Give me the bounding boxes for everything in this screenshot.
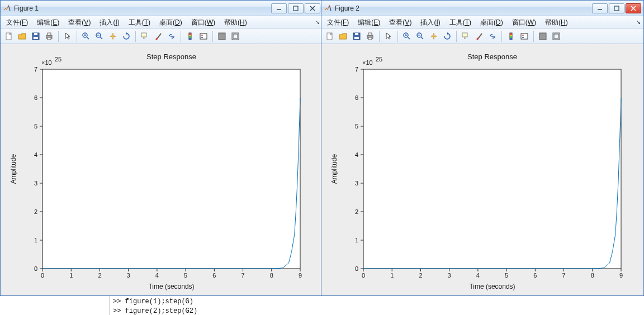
dock-button[interactable] bbox=[537, 30, 549, 42]
legend-button[interactable] bbox=[197, 30, 210, 42]
svg-rect-83 bbox=[368, 33, 372, 35]
menu-insert[interactable]: 插入(I) bbox=[95, 16, 124, 28]
menu-window[interactable]: 窗口(W) bbox=[187, 16, 220, 28]
menu-overflow-icon[interactable]: ↘ bbox=[314, 16, 321, 28]
menu-desktop[interactable]: 桌面(D) bbox=[155, 16, 187, 28]
brush-button[interactable] bbox=[152, 30, 164, 42]
figure-window-2: Figure 2 文件(F) 编辑(E) 查看(V) 插入(I) 工具(T) 桌… bbox=[321, 0, 644, 296]
minimize-button[interactable] bbox=[271, 3, 287, 13]
open-icon bbox=[339, 32, 348, 41]
pan-button[interactable] bbox=[428, 30, 440, 42]
close-button[interactable] bbox=[305, 3, 320, 13]
menu-view[interactable]: 查看(V) bbox=[64, 16, 95, 28]
pointer-button[interactable] bbox=[61, 30, 74, 42]
svg-text:4: 4 bbox=[476, 272, 480, 279]
svg-rect-1 bbox=[293, 6, 298, 11]
menu-desktop[interactable]: 桌面(D) bbox=[476, 16, 508, 28]
save-button[interactable] bbox=[351, 30, 363, 42]
rotate-button[interactable] bbox=[441, 30, 453, 42]
print-button[interactable] bbox=[43, 30, 55, 42]
menu-edit[interactable]: 编辑(E) bbox=[32, 16, 64, 28]
menu-file[interactable]: 文件(F) bbox=[2, 16, 32, 28]
new-file-button[interactable] bbox=[324, 30, 336, 42]
undock-button[interactable] bbox=[229, 30, 242, 42]
svg-text:6: 6 bbox=[355, 94, 358, 101]
undock-icon bbox=[231, 32, 240, 41]
datatip-button[interactable] bbox=[460, 30, 472, 42]
svg-rect-24 bbox=[189, 36, 191, 38]
zoom-in-button[interactable] bbox=[401, 30, 413, 42]
svg-line-90 bbox=[421, 37, 423, 39]
menu-tools[interactable]: 工具(T) bbox=[124, 16, 155, 28]
save-button[interactable] bbox=[30, 30, 42, 42]
svg-text:6: 6 bbox=[533, 272, 537, 279]
menu-window[interactable]: 窗口(W) bbox=[508, 16, 541, 28]
maximize-button[interactable] bbox=[288, 3, 304, 13]
svg-rect-6 bbox=[34, 37, 38, 39]
print-button[interactable] bbox=[364, 30, 376, 42]
print-icon bbox=[366, 32, 375, 41]
minimize-button[interactable] bbox=[592, 3, 608, 13]
toolbar bbox=[1, 28, 323, 44]
menu-tools[interactable]: 工具(T) bbox=[445, 16, 476, 28]
zoom-out-button[interactable] bbox=[93, 30, 106, 42]
svg-text:×10: ×10 bbox=[362, 59, 373, 66]
rotate-button[interactable] bbox=[120, 30, 132, 42]
svg-line-12 bbox=[87, 37, 89, 39]
svg-text:Time (seconds): Time (seconds) bbox=[469, 283, 515, 290]
colorbar-button[interactable] bbox=[184, 30, 196, 42]
new-file-icon bbox=[4, 32, 13, 41]
plot-area[interactable]: 012345678901234567×1025Step ResponseTime… bbox=[1, 44, 323, 295]
svg-text:Time (seconds): Time (seconds) bbox=[148, 283, 194, 290]
zoom-in-icon bbox=[402, 32, 411, 41]
command-window[interactable]: >> figure(1);step(G) >> figure(2);step(G… bbox=[109, 296, 612, 315]
undock-button[interactable] bbox=[550, 30, 562, 42]
titlebar[interactable]: Figure 2 bbox=[321, 1, 643, 16]
console-line: >> figure(2);step(G2) bbox=[113, 307, 612, 315]
plot-area[interactable]: 012345678901234567×1025Step ResponseTime… bbox=[321, 44, 643, 295]
svg-text:3: 3 bbox=[34, 180, 37, 187]
svg-rect-80 bbox=[354, 37, 359, 39]
svg-rect-18 bbox=[141, 33, 146, 37]
maximize-button[interactable] bbox=[609, 3, 624, 13]
link-button[interactable] bbox=[486, 30, 499, 42]
menu-help[interactable]: 帮助(H) bbox=[220, 16, 252, 28]
open-button[interactable] bbox=[16, 30, 29, 42]
new-file-button[interactable] bbox=[3, 30, 15, 42]
dock-button[interactable] bbox=[216, 30, 228, 42]
colorbar-button[interactable] bbox=[505, 30, 517, 42]
zoom-in-button[interactable] bbox=[80, 30, 92, 42]
menu-help[interactable]: 帮助(H) bbox=[541, 16, 572, 28]
pan-button[interactable] bbox=[107, 30, 119, 42]
svg-line-16 bbox=[100, 37, 102, 39]
open-button[interactable] bbox=[337, 30, 349, 42]
pointer-button[interactable] bbox=[382, 30, 395, 42]
legend-button[interactable] bbox=[518, 30, 531, 42]
legend-icon bbox=[520, 32, 529, 41]
zoom-out-icon bbox=[416, 32, 425, 41]
menu-file[interactable]: 文件(F) bbox=[323, 16, 353, 28]
svg-text:5: 5 bbox=[34, 123, 37, 130]
svg-rect-9 bbox=[48, 33, 51, 35]
zoom-out-button[interactable] bbox=[414, 30, 427, 42]
chart: 012345678901234567×1025Step ResponseTime… bbox=[1, 44, 323, 295]
svg-text:×10: ×10 bbox=[41, 59, 52, 66]
brush-button[interactable] bbox=[473, 30, 485, 42]
colorbar-icon bbox=[186, 32, 195, 41]
menu-edit[interactable]: 编辑(E) bbox=[353, 16, 385, 28]
menu-view[interactable]: 查看(V) bbox=[385, 16, 416, 28]
titlebar[interactable]: Figure 1 bbox=[1, 1, 323, 16]
datatip-icon bbox=[461, 32, 470, 41]
svg-rect-7 bbox=[34, 33, 37, 35]
dock-icon bbox=[217, 32, 226, 41]
datatip-button[interactable] bbox=[139, 30, 151, 42]
menu-overflow-icon[interactable]: ↘ bbox=[634, 16, 642, 28]
close-button[interactable] bbox=[626, 3, 641, 13]
svg-rect-81 bbox=[355, 33, 358, 35]
menu-insert[interactable]: 插入(I) bbox=[416, 16, 444, 28]
svg-text:0: 0 bbox=[34, 265, 37, 272]
window-title: Figure 1 bbox=[14, 4, 269, 12]
link-button[interactable] bbox=[165, 30, 178, 42]
brush-icon bbox=[475, 32, 484, 41]
svg-text:1: 1 bbox=[69, 272, 73, 279]
